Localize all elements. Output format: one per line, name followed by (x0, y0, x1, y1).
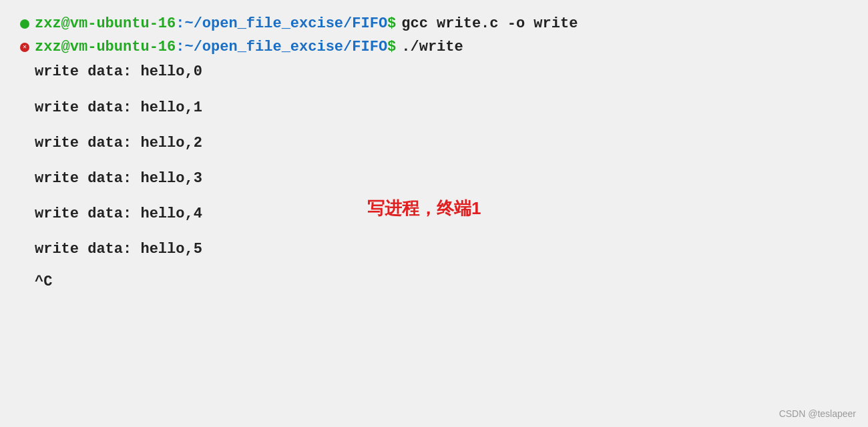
prompt-path-2: :~/open_file_excise/FIFO (176, 35, 387, 59)
prompt-user-1: zxz@vm-ubuntu-16 (35, 12, 176, 35)
output-line-3: write data: hello,3 (20, 167, 848, 190)
output-block-0: write data: hello,0 (20, 60, 848, 83)
watermark: CSDN @teslapeer (779, 408, 856, 419)
prompt-dollar-2: $ (387, 35, 396, 59)
prompt-dollar-1: $ (387, 12, 396, 35)
prompt-dot-red-2 (20, 43, 29, 52)
output-block-3: write data: hello,3 (20, 167, 848, 190)
prompt-command-1: gcc write.c -o write (401, 12, 578, 35)
output-block-1: write data: hello,1 (20, 96, 848, 119)
prompt-user-2: zxz@vm-ubuntu-16 (35, 35, 176, 59)
output-line-1: write data: hello,1 (20, 96, 848, 119)
output-line-2: write data: hello,2 (20, 131, 848, 155)
command-line-1: zxz@vm-ubuntu-16 :~/open_file_excise/FIF… (20, 12, 848, 35)
output-block-2: write data: hello,2 (20, 131, 848, 155)
command-line-2: zxz@vm-ubuntu-16 :~/open_file_excise/FIF… (20, 35, 848, 59)
terminal-window: zxz@vm-ubuntu-16 :~/open_file_excise/FIF… (0, 0, 868, 427)
output-line-5: write data: hello,5 (20, 238, 848, 261)
prompt-command-2: ./write (401, 35, 463, 59)
prompt-path-1: :~/open_file_excise/FIFO (176, 12, 387, 35)
annotation-label: 写进程，终端1 (367, 197, 481, 220)
ctrl-c: ^C (20, 274, 848, 290)
output-block-5: write data: hello,5 (20, 238, 848, 261)
prompt-dot-green-1 (20, 19, 29, 29)
output-line-0: write data: hello,0 (20, 60, 848, 83)
